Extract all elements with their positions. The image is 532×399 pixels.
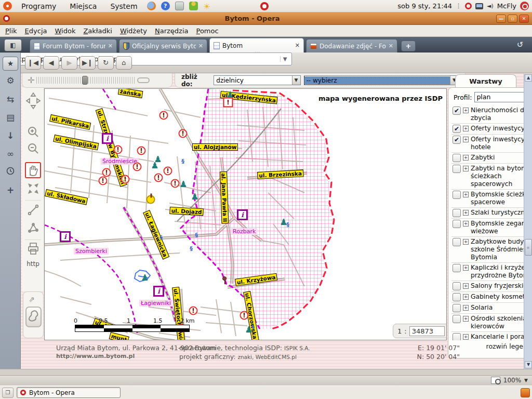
map-marker-alert[interactable]: !	[114, 145, 123, 154]
map-marker-blue[interactable]: §	[286, 221, 289, 228]
measure-line-icon[interactable]	[22, 203, 44, 217]
expand-plus-icon[interactable]: +	[463, 265, 469, 271]
menubar-item-edycja[interactable]: Edycja	[25, 27, 47, 35]
screenshot-icon[interactable]	[175, 2, 184, 10]
layer-label[interactable]: Salony fryzjerskie	[471, 282, 524, 290]
map-info-icon[interactable]: i	[60, 231, 71, 242]
layer-item[interactable]: +Gabinety kosmetyczne	[451, 292, 524, 303]
layers-tab[interactable]: Warstwy	[455, 74, 516, 88]
help-icon[interactable]: ?	[161, 2, 170, 10]
map-marker-alert[interactable]: !	[240, 311, 249, 320]
map-marker-alert[interactable]: !	[171, 179, 180, 188]
layer-item[interactable]: +Bytomskie ścieżkispacerowe	[451, 190, 524, 208]
layer-checkbox[interactable]	[453, 282, 461, 290]
clock[interactable]: sob 9 sty, 21:44	[397, 2, 452, 10]
tab-2[interactable]: Oficjalny serwis Bytom...✕	[119, 39, 207, 52]
map-marker-pin[interactable]	[222, 276, 227, 281]
display-icon[interactable]	[475, 3, 483, 9]
expand-plus-icon[interactable]: +	[463, 221, 469, 227]
firefox-icon[interactable]	[147, 2, 156, 10]
zoom-in-icon[interactable]	[22, 125, 44, 139]
map-marker-blue[interactable]: §	[181, 158, 184, 165]
page-zoom-level[interactable]: 100%	[503, 377, 521, 384]
map-marker-alert[interactable]: !	[164, 167, 172, 176]
layer-item[interactable]: ✔+Oferty inwestycyjnehotele	[451, 135, 524, 153]
task-button[interactable]: Bytom - Opera	[17, 387, 121, 398]
pan-arrows-icon[interactable]	[22, 92, 44, 110]
notes-icon[interactable]: ▤	[0, 112, 21, 123]
dropdown-arrow-icon[interactable]: ▼	[292, 76, 300, 85]
layer-label[interactable]: Zabytki na bytomskichścieżkachspacerowyc…	[471, 165, 524, 188]
http-link-tool[interactable]: http	[22, 260, 44, 268]
credit1-value[interactable]: ISPIK S.A.	[284, 345, 310, 351]
layer-checkbox[interactable]	[453, 333, 461, 340]
expand-plus-icon[interactable]: +	[463, 210, 469, 216]
zoom-out-icon[interactable]	[22, 142, 44, 155]
footer-url[interactable]: http://www.um.bytom.pl	[56, 353, 135, 360]
layer-item[interactable]: +Kapliczki i krzyżeprzydrożne Bytomia	[451, 263, 524, 281]
expand-plus-icon[interactable]: +	[463, 155, 469, 161]
credit2-value[interactable]: znaki, WebEditCMS.pl	[237, 354, 296, 360]
map-marker-alert[interactable]: !	[102, 168, 111, 177]
expand-plus-icon[interactable]: +	[463, 316, 469, 322]
add-panel-icon[interactable]: +	[0, 185, 21, 195]
opera-tray-icon[interactable]	[465, 3, 472, 9]
map-marker-alert[interactable]: !	[159, 111, 168, 120]
map-marker-boxed[interactable]: !	[223, 98, 233, 108]
center-map-icon[interactable]	[22, 181, 44, 196]
print-icon[interactable]	[22, 242, 44, 256]
map-marker-alert[interactable]: !	[99, 177, 108, 185]
expand-plus-icon[interactable]: +	[463, 305, 469, 311]
layer-checkbox[interactable]	[453, 238, 461, 246]
layer-checkbox[interactable]	[453, 293, 461, 301]
map-info-icon[interactable]: i	[237, 209, 248, 220]
menubar-item-zakładki[interactable]: Zakładki	[83, 27, 112, 35]
widgets-icon[interactable]: ⚙	[0, 75, 21, 86]
weather-icon[interactable]: ☀	[203, 2, 210, 10]
map-info-icon[interactable]: i	[102, 133, 113, 144]
user-icon[interactable]	[189, 2, 198, 10]
layer-checkbox[interactable]	[453, 220, 461, 228]
scroll-thumb[interactable]: ≡	[525, 239, 532, 256]
maximize-button[interactable]: ▫	[508, 15, 517, 23]
expand-plus-icon[interactable]: +	[463, 108, 469, 113]
layer-label[interactable]: Nieruchomości dozbycia	[471, 107, 524, 122]
user-menu[interactable]: McFly	[497, 2, 516, 10]
layer-checkbox[interactable]	[453, 315, 461, 323]
map-marker-blue[interactable]: §	[251, 324, 255, 330]
show-desktop-button[interactable]: ❐	[2, 388, 14, 398]
minimize-button[interactable]: —	[496, 15, 506, 23]
overview-map-button[interactable]	[25, 307, 42, 327]
forward-button[interactable]: ▶	[61, 56, 77, 70]
layer-checkbox[interactable]	[453, 209, 461, 217]
map-marker-teal[interactable]: ♟	[141, 273, 149, 283]
tab-close-icon[interactable]: ✕	[389, 43, 393, 49]
expand-plus-icon[interactable]: +	[463, 239, 469, 245]
menubar-item-widżety[interactable]: Widżety	[120, 27, 147, 35]
layer-label[interactable]: Gabinety kosmetyczne	[471, 293, 524, 301]
layer-checkbox[interactable]: ✔	[453, 125, 461, 133]
layer-item[interactable]: +Bytomskie zegarywieżowe	[451, 219, 524, 237]
zoom-slider[interactable]	[36, 77, 135, 84]
map-marker-yellow[interactable]	[147, 195, 155, 204]
layer-item[interactable]: +Salony fryzjerskie	[451, 281, 524, 292]
layer-checkbox[interactable]	[453, 154, 461, 162]
fit-width-icon[interactable]	[491, 377, 500, 384]
map-marker-alert[interactable]: !	[154, 174, 163, 182]
layer-item[interactable]: ✔+Nieruchomości dozbycia	[451, 105, 524, 124]
menubar-item-widok[interactable]: Widok	[55, 27, 76, 35]
window-titlebar[interactable]: Bytom - Opera — ▫ ✕	[0, 12, 532, 25]
reload-button[interactable]: ↻	[98, 56, 114, 70]
expand-plus-icon[interactable]: +	[463, 137, 469, 142]
new-tab-button[interactable]: +	[401, 41, 416, 51]
layer-label[interactable]: Bytomskie zegarywieżowe	[471, 220, 524, 235]
layer-item[interactable]: +Zabytki na bytomskichścieżkachspacerowy…	[451, 164, 524, 190]
scroll-up-icon[interactable]: ▲	[525, 74, 532, 82]
expand-plus-icon[interactable]: +	[463, 192, 469, 197]
map-marker-alert[interactable]: !	[121, 175, 130, 184]
tab-close-icon[interactable]: ✕	[198, 43, 203, 49]
map-marker-alert[interactable]: !	[179, 129, 188, 138]
profile-input[interactable]: plan	[474, 92, 524, 102]
expand-plus-icon[interactable]: +	[463, 334, 469, 340]
layer-checkbox[interactable]	[453, 165, 461, 173]
